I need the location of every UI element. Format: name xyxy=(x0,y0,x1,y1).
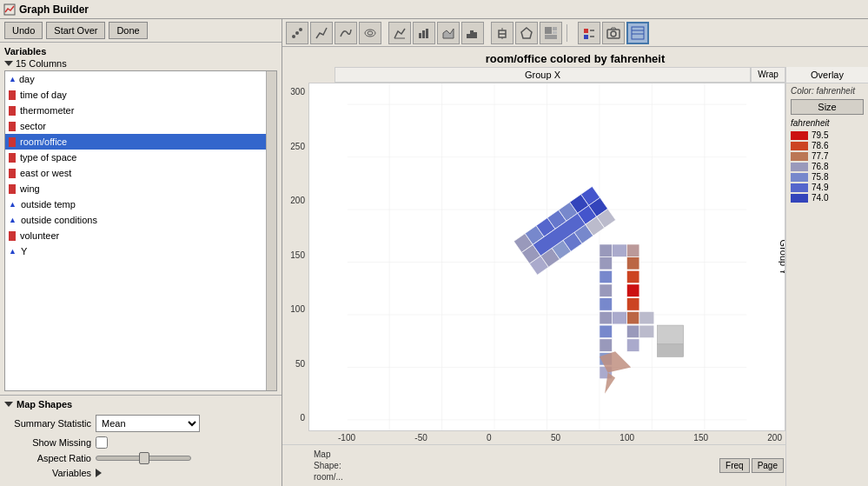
svg-point-27 xyxy=(611,31,616,37)
timeofday-icon xyxy=(9,90,16,100)
freq-button[interactable]: Freq xyxy=(719,458,750,473)
svg-rect-64 xyxy=(612,311,626,324)
var-label: type of space xyxy=(20,152,76,163)
treemap-icon[interactable] xyxy=(540,22,562,44)
wrap-button[interactable]: Wrap xyxy=(751,67,785,83)
var-item-timeofday[interactable]: time of day xyxy=(5,87,276,103)
var-item-outsideconditions[interactable]: ▲ outside conditions xyxy=(5,212,276,228)
columns-count: 15 Columns xyxy=(16,58,67,69)
overlay-header[interactable]: Overlay xyxy=(786,67,868,83)
volunteer-icon xyxy=(9,231,16,241)
show-missing-row: Show Missing xyxy=(4,436,277,449)
svg-rect-19 xyxy=(553,27,557,30)
chart-top-row: Group X Wrap xyxy=(282,67,785,83)
color-value-740: 74.0 xyxy=(812,193,828,203)
color-value-749: 74.9 xyxy=(812,183,828,192)
svg-rect-47 xyxy=(600,284,613,297)
var-item-thermometer[interactable]: thermometer xyxy=(5,103,276,118)
app-title: Graph Builder xyxy=(19,3,89,16)
chart-title: room/office colored by fahrenheit xyxy=(282,47,868,67)
page-button[interactable]: Page xyxy=(752,458,784,473)
var-item-outsidetemp[interactable]: ▲ outside temp xyxy=(5,196,276,212)
color-scale: 79.5 78.6 77.7 76.8 xyxy=(786,129,868,204)
x-axis: -100 -50 0 50 100 150 200 xyxy=(335,431,785,444)
color-value-758: 75.8 xyxy=(812,172,828,182)
var-label: thermometer xyxy=(20,105,74,116)
color-scale-item-740: 74.0 xyxy=(791,193,864,203)
outsidetemp-icon: ▲ xyxy=(9,200,17,209)
smooth-line-icon[interactable] xyxy=(335,22,357,44)
variables-row: Variables xyxy=(4,468,277,478)
show-missing-label: Show Missing xyxy=(4,437,91,448)
svg-rect-49 xyxy=(600,311,613,324)
group-y-label: Group Y xyxy=(779,239,785,275)
show-missing-checkbox[interactable] xyxy=(96,436,108,449)
toolbar: Undo Start Over Done xyxy=(0,19,282,43)
done-button[interactable]: Done xyxy=(109,22,147,39)
group-x-header[interactable]: Group X xyxy=(335,67,751,83)
y-axis: 300 250 200 150 100 50 0 xyxy=(282,83,308,444)
color-swatch-749 xyxy=(791,183,808,192)
map-shapes-expand-icon[interactable] xyxy=(4,402,13,407)
color-scale-item-777: 77.7 xyxy=(791,151,864,161)
typeofspace-icon xyxy=(9,153,16,163)
camera-icon[interactable] xyxy=(602,22,625,44)
chart-body: 300 250 200 150 100 50 0 Group Y xyxy=(282,83,785,444)
box-plot-icon[interactable] xyxy=(491,22,514,44)
svg-rect-91 xyxy=(657,325,683,344)
variables-list: ▲ day time of day thermometer sector xyxy=(4,70,277,391)
svg-rect-48 xyxy=(600,298,613,311)
dot-plot-icon[interactable] xyxy=(286,22,308,44)
svg-rect-66 xyxy=(639,325,654,338)
columns-expand-icon[interactable] xyxy=(4,61,13,66)
var-item-typeofspace[interactable]: type of space xyxy=(5,150,276,165)
map-shapes-icon[interactable] xyxy=(515,22,538,44)
line-chart-icon[interactable] xyxy=(388,22,411,44)
summary-statistic-row: Summary Statistic Mean Median Sum Min Ma… xyxy=(4,415,277,432)
chart-plot[interactable]: Group Y xyxy=(308,83,785,431)
svg-rect-12 xyxy=(474,32,477,38)
svg-rect-55 xyxy=(626,270,639,283)
var-item-eastorwest[interactable]: east or west xyxy=(5,165,276,181)
size-button[interactable]: Size xyxy=(791,99,864,115)
left-panel: Undo Start Over Done Variables 15 Column… xyxy=(0,19,282,486)
var-item-sector[interactable]: sector xyxy=(5,118,276,134)
y-tick-100: 100 xyxy=(290,304,305,314)
summary-statistic-label: Summary Statistic xyxy=(4,418,91,429)
start-over-button[interactable]: Start Over xyxy=(46,22,105,39)
x-tick-200: 200 xyxy=(767,433,782,443)
var-item-day[interactable]: ▲ day xyxy=(5,71,276,87)
settings-active-icon[interactable] xyxy=(626,22,649,44)
color-label: Color: fahrenheit xyxy=(786,83,868,97)
y-tick-300: 300 xyxy=(290,87,305,97)
contour-icon[interactable] xyxy=(359,22,381,44)
svg-rect-20 xyxy=(553,31,557,34)
area-chart-icon[interactable] xyxy=(437,22,460,44)
legend-toggle-icon[interactable] xyxy=(578,22,600,44)
var-item-Y[interactable]: ▲ Y xyxy=(5,243,276,259)
svg-point-5 xyxy=(368,31,373,35)
aspect-ratio-slider-track xyxy=(96,456,191,461)
summary-statistic-select[interactable]: Mean Median Sum Min Max Count xyxy=(96,415,200,432)
svg-rect-63 xyxy=(626,244,639,257)
svg-point-1 xyxy=(292,35,295,38)
title-bar: Graph Builder xyxy=(0,0,868,19)
variables-expand-icon[interactable] xyxy=(96,469,102,477)
aspect-ratio-slider-thumb[interactable] xyxy=(139,452,149,464)
svg-rect-65 xyxy=(639,311,654,324)
bar-chart-icon[interactable] xyxy=(413,22,435,44)
list-scrollbar[interactable] xyxy=(266,71,276,390)
var-item-wing[interactable]: wing xyxy=(5,181,276,196)
right-panel: room/office colored by fahrenheit Group … xyxy=(282,47,868,486)
var-label: Y xyxy=(21,246,27,256)
line-connect-icon[interactable] xyxy=(310,22,333,44)
aspect-ratio-row: Aspect Ratio xyxy=(4,453,277,463)
var-item-roomoffice[interactable]: room/office xyxy=(5,134,276,150)
outsideconditions-icon: ▲ xyxy=(9,216,17,224)
svg-rect-60 xyxy=(626,339,639,352)
undo-button[interactable]: Undo xyxy=(4,22,43,39)
color-scale-item-795: 79.5 xyxy=(791,130,864,140)
svg-rect-46 xyxy=(600,270,613,283)
histogram-icon[interactable] xyxy=(461,22,484,44)
var-item-volunteer[interactable]: volunteer xyxy=(5,228,276,243)
